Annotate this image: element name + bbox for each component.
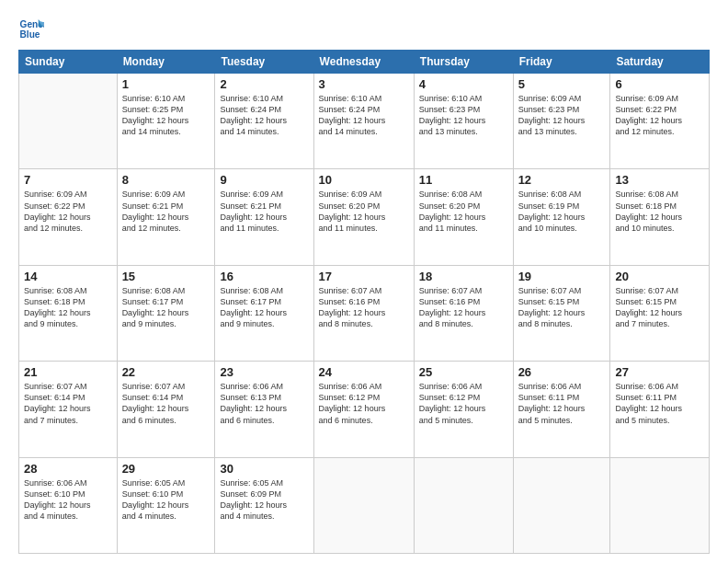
day-header-saturday: Saturday bbox=[610, 51, 710, 74]
day-number: 25 bbox=[419, 365, 508, 379]
day-number: 14 bbox=[24, 270, 112, 283]
day-number: 23 bbox=[220, 365, 308, 379]
table-row bbox=[513, 457, 610, 553]
day-info: Sunrise: 6:09 AM Sunset: 6:23 PM Dayligh… bbox=[518, 93, 606, 138]
table-row: 29Sunrise: 6:05 AM Sunset: 6:10 PM Dayli… bbox=[117, 457, 215, 553]
day-number: 21 bbox=[24, 365, 112, 379]
day-info: Sunrise: 6:06 AM Sunset: 6:12 PM Dayligh… bbox=[419, 381, 508, 426]
day-number: 15 bbox=[122, 270, 210, 283]
day-info: Sunrise: 6:07 AM Sunset: 6:15 PM Dayligh… bbox=[518, 285, 606, 330]
day-info: Sunrise: 6:10 AM Sunset: 6:24 PM Dayligh… bbox=[220, 93, 308, 138]
day-info: Sunrise: 6:05 AM Sunset: 6:10 PM Dayligh… bbox=[122, 477, 210, 523]
day-info: Sunrise: 6:07 AM Sunset: 6:16 PM Dayligh… bbox=[419, 285, 508, 330]
table-row: 9Sunrise: 6:09 AM Sunset: 6:21 PM Daylig… bbox=[215, 169, 313, 265]
day-info: Sunrise: 6:07 AM Sunset: 6:15 PM Dayligh… bbox=[615, 285, 704, 330]
day-info: Sunrise: 6:09 AM Sunset: 6:21 PM Dayligh… bbox=[220, 189, 308, 234]
table-row: 1Sunrise: 6:10 AM Sunset: 6:25 PM Daylig… bbox=[117, 74, 215, 169]
table-row: 24Sunrise: 6:06 AM Sunset: 6:12 PM Dayli… bbox=[313, 362, 414, 457]
table-row: 15Sunrise: 6:08 AM Sunset: 6:17 PM Dayli… bbox=[117, 265, 215, 361]
day-info: Sunrise: 6:09 AM Sunset: 6:22 PM Dayligh… bbox=[24, 189, 112, 234]
day-number: 13 bbox=[615, 173, 704, 187]
day-number: 28 bbox=[24, 462, 112, 476]
day-info: Sunrise: 6:08 AM Sunset: 6:17 PM Dayligh… bbox=[122, 285, 210, 330]
table-row: 21Sunrise: 6:07 AM Sunset: 6:14 PM Dayli… bbox=[19, 362, 118, 457]
day-info: Sunrise: 6:08 AM Sunset: 6:17 PM Dayligh… bbox=[220, 285, 308, 330]
day-info: Sunrise: 6:09 AM Sunset: 6:21 PM Dayligh… bbox=[122, 189, 210, 234]
day-info: Sunrise: 6:07 AM Sunset: 6:14 PM Dayligh… bbox=[24, 381, 112, 426]
table-row bbox=[414, 457, 513, 553]
day-info: Sunrise: 6:09 AM Sunset: 6:20 PM Dayligh… bbox=[319, 189, 409, 234]
table-row: 20Sunrise: 6:07 AM Sunset: 6:15 PM Dayli… bbox=[610, 265, 710, 361]
day-number: 17 bbox=[319, 270, 409, 283]
table-row: 12Sunrise: 6:08 AM Sunset: 6:19 PM Dayli… bbox=[513, 169, 610, 265]
day-header-thursday: Thursday bbox=[414, 51, 513, 74]
day-info: Sunrise: 6:05 AM Sunset: 6:09 PM Dayligh… bbox=[220, 477, 308, 523]
table-row: 2Sunrise: 6:10 AM Sunset: 6:24 PM Daylig… bbox=[215, 74, 313, 169]
day-number: 7 bbox=[24, 173, 112, 187]
day-info: Sunrise: 6:06 AM Sunset: 6:13 PM Dayligh… bbox=[220, 381, 308, 426]
table-row: 5Sunrise: 6:09 AM Sunset: 6:23 PM Daylig… bbox=[513, 74, 610, 169]
day-number: 26 bbox=[518, 365, 606, 379]
header: General Blue bbox=[18, 17, 710, 42]
day-info: Sunrise: 6:06 AM Sunset: 6:12 PM Dayligh… bbox=[319, 381, 409, 426]
table-row bbox=[313, 457, 414, 553]
table-row: 6Sunrise: 6:09 AM Sunset: 6:22 PM Daylig… bbox=[610, 74, 710, 169]
logo-icon: General Blue bbox=[18, 17, 44, 42]
table-row: 16Sunrise: 6:08 AM Sunset: 6:17 PM Dayli… bbox=[215, 265, 313, 361]
day-number: 16 bbox=[220, 270, 308, 283]
day-number: 3 bbox=[319, 77, 409, 91]
table-row: 22Sunrise: 6:07 AM Sunset: 6:14 PM Dayli… bbox=[117, 362, 215, 457]
table-row: 28Sunrise: 6:06 AM Sunset: 6:10 PM Dayli… bbox=[19, 457, 118, 553]
day-number: 30 bbox=[220, 462, 308, 476]
day-number: 22 bbox=[122, 365, 210, 379]
table-row: 27Sunrise: 6:06 AM Sunset: 6:11 PM Dayli… bbox=[610, 362, 710, 457]
table-row: 25Sunrise: 6:06 AM Sunset: 6:12 PM Dayli… bbox=[414, 362, 513, 457]
day-header-monday: Monday bbox=[117, 51, 215, 74]
table-row: 11Sunrise: 6:08 AM Sunset: 6:20 PM Dayli… bbox=[414, 169, 513, 265]
calendar-page: General Blue SundayMondayTuesdayWednesda… bbox=[0, 0, 728, 563]
table-row: 23Sunrise: 6:06 AM Sunset: 6:13 PM Dayli… bbox=[215, 362, 313, 457]
day-header-tuesday: Tuesday bbox=[215, 51, 313, 74]
day-header-wednesday: Wednesday bbox=[313, 51, 414, 74]
logo: General Blue bbox=[18, 17, 50, 42]
day-number: 2 bbox=[220, 77, 308, 91]
table-row bbox=[610, 457, 710, 553]
day-info: Sunrise: 6:08 AM Sunset: 6:20 PM Dayligh… bbox=[419, 189, 508, 234]
day-number: 5 bbox=[518, 77, 606, 91]
table-row: 18Sunrise: 6:07 AM Sunset: 6:16 PM Dayli… bbox=[414, 265, 513, 361]
day-header-friday: Friday bbox=[513, 51, 610, 74]
day-number: 18 bbox=[419, 270, 508, 283]
day-number: 29 bbox=[122, 462, 210, 476]
day-info: Sunrise: 6:10 AM Sunset: 6:23 PM Dayligh… bbox=[419, 93, 508, 138]
day-info: Sunrise: 6:08 AM Sunset: 6:18 PM Dayligh… bbox=[24, 285, 112, 330]
day-number: 6 bbox=[615, 77, 704, 91]
day-number: 24 bbox=[319, 365, 409, 379]
table-row: 26Sunrise: 6:06 AM Sunset: 6:11 PM Dayli… bbox=[513, 362, 610, 457]
day-info: Sunrise: 6:06 AM Sunset: 6:10 PM Dayligh… bbox=[24, 477, 112, 523]
day-info: Sunrise: 6:06 AM Sunset: 6:11 PM Dayligh… bbox=[615, 381, 704, 426]
svg-text:Blue: Blue bbox=[20, 29, 40, 40]
day-number: 4 bbox=[419, 77, 508, 91]
day-info: Sunrise: 6:07 AM Sunset: 6:14 PM Dayligh… bbox=[122, 381, 210, 426]
day-number: 8 bbox=[122, 173, 210, 187]
table-row: 7Sunrise: 6:09 AM Sunset: 6:22 PM Daylig… bbox=[19, 169, 118, 265]
day-info: Sunrise: 6:06 AM Sunset: 6:11 PM Dayligh… bbox=[518, 381, 606, 426]
day-header-sunday: Sunday bbox=[19, 51, 118, 74]
day-info: Sunrise: 6:09 AM Sunset: 6:22 PM Dayligh… bbox=[615, 93, 704, 138]
day-info: Sunrise: 6:10 AM Sunset: 6:24 PM Dayligh… bbox=[319, 93, 409, 138]
day-info: Sunrise: 6:07 AM Sunset: 6:16 PM Dayligh… bbox=[319, 285, 409, 330]
table-row: 30Sunrise: 6:05 AM Sunset: 6:09 PM Dayli… bbox=[215, 457, 313, 553]
table-row: 19Sunrise: 6:07 AM Sunset: 6:15 PM Dayli… bbox=[513, 265, 610, 361]
day-number: 27 bbox=[615, 365, 704, 379]
table-row: 14Sunrise: 6:08 AM Sunset: 6:18 PM Dayli… bbox=[19, 265, 118, 361]
day-number: 19 bbox=[518, 270, 606, 283]
day-info: Sunrise: 6:10 AM Sunset: 6:25 PM Dayligh… bbox=[122, 93, 210, 138]
day-number: 10 bbox=[319, 173, 409, 187]
table-row: 3Sunrise: 6:10 AM Sunset: 6:24 PM Daylig… bbox=[313, 74, 414, 169]
day-info: Sunrise: 6:08 AM Sunset: 6:19 PM Dayligh… bbox=[518, 189, 606, 234]
table-row bbox=[19, 74, 118, 169]
table-row: 10Sunrise: 6:09 AM Sunset: 6:20 PM Dayli… bbox=[313, 169, 414, 265]
table-row: 4Sunrise: 6:10 AM Sunset: 6:23 PM Daylig… bbox=[414, 74, 513, 169]
calendar-table: SundayMondayTuesdayWednesdayThursdayFrid… bbox=[18, 50, 710, 554]
day-number: 12 bbox=[518, 173, 606, 187]
